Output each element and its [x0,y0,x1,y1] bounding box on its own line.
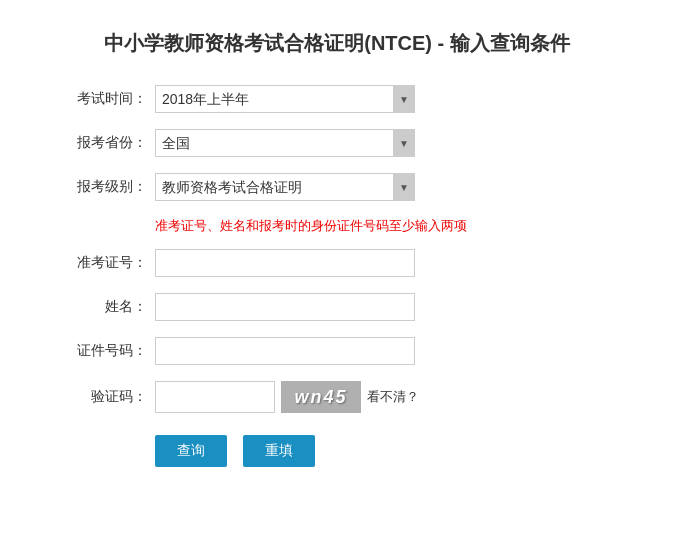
captcha-label: 验证码 [57,388,147,406]
province-row: 报考省份 全国 [57,129,617,157]
exam-id-input[interactable] [155,249,415,277]
exam-time-label: 考试时间 [57,90,147,108]
exam-time-select[interactable]: 2018年上半年2017年下半年2017年上半年 [155,85,415,113]
name-label: 姓名 [57,298,147,316]
page-title: 中小学教师资格考试合格证明(NTCE) - 输入查询条件 [0,30,674,57]
captcha-image[interactable]: wn45 [281,381,361,413]
exam-time-select-wrapper: 2018年上半年2017年下半年2017年上半年 [155,85,415,113]
exam-id-label: 准考证号 [57,254,147,272]
province-label: 报考省份 [57,134,147,152]
captcha-row: 验证码 wn45 看不清？ [57,381,617,413]
province-select-wrapper: 全国 [155,129,415,157]
button-row: 查询 重填 [57,435,617,467]
query-button[interactable]: 查询 [155,435,227,467]
captcha-input[interactable] [155,381,275,413]
name-row: 姓名 [57,293,617,321]
exam-time-row: 考试时间 2018年上半年2017年下半年2017年上半年 [57,85,617,113]
id-number-input[interactable] [155,337,415,365]
name-input[interactable] [155,293,415,321]
category-label: 报考级别 [57,178,147,196]
form-container: 考试时间 2018年上半年2017年下半年2017年上半年 报考省份 全国 报考… [57,85,617,467]
captcha-refresh[interactable]: 看不清？ [367,388,419,406]
error-message: 准考证号、姓名和报考时的身份证件号码至少输入两项 [57,217,617,235]
reset-button[interactable]: 重填 [243,435,315,467]
category-row: 报考级别 教师资格考试合格证明 [57,173,617,201]
id-number-label: 证件号码 [57,342,147,360]
category-select-wrapper: 教师资格考试合格证明 [155,173,415,201]
id-number-row: 证件号码 [57,337,617,365]
province-select[interactable]: 全国 [155,129,415,157]
category-select[interactable]: 教师资格考试合格证明 [155,173,415,201]
exam-id-row: 准考证号 [57,249,617,277]
